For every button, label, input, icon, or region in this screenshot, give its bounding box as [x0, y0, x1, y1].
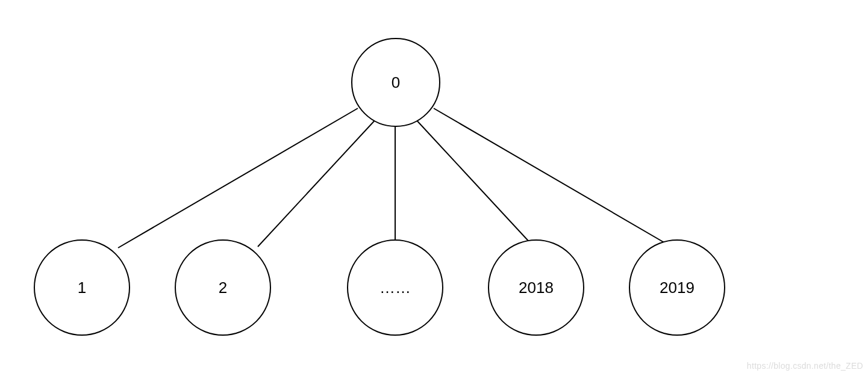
edge-root-child2	[258, 118, 377, 247]
node-child-2-label: 2	[219, 280, 227, 295]
node-child-2018-label: 2018	[519, 280, 554, 295]
node-child-2019: 2019	[629, 239, 725, 336]
node-child-1-label: 1	[78, 280, 86, 295]
node-child-ellipsis-label: ……	[379, 280, 411, 295]
node-child-2: 2	[175, 239, 271, 336]
node-child-2019-label: 2019	[660, 280, 695, 295]
node-root-label: 0	[392, 75, 400, 90]
node-child-2018: 2018	[488, 239, 584, 336]
node-root: 0	[351, 38, 440, 127]
node-child-ellipsis: ……	[347, 239, 443, 336]
tree-edges	[0, 0, 868, 373]
node-child-1: 1	[34, 239, 130, 336]
edge-root-child4	[414, 118, 534, 247]
